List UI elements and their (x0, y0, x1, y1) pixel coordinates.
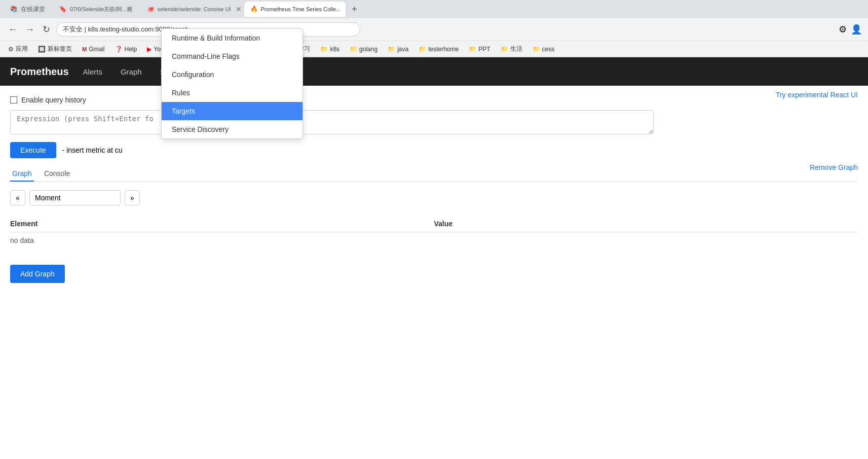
help-favicon: ❓ (115, 46, 123, 53)
golang-folder-icon: 📁 (350, 46, 357, 53)
apps-icon: ⚙ (8, 46, 14, 53)
help-label: Help (125, 46, 137, 53)
tab-graph[interactable]: Graph (10, 166, 34, 182)
tab-4[interactable]: 🔥 Prometheus Time Series Colle... ✕ (244, 2, 346, 17)
query-history-row: Enable query history (10, 96, 858, 104)
main-content: Try experimental React UI Enable query h… (0, 86, 868, 293)
tab-bar: 📚 在线课堂 🔖 07/0/Selenide关联/阿...断 🐙 selenid… (0, 0, 868, 18)
menu-cmdline[interactable]: Command-Line Flags (162, 47, 303, 65)
app-header: Prometheus Alerts Graph Status ▾ Help (0, 57, 868, 86)
bookmark-golang[interactable]: 📁 golang (346, 45, 382, 54)
extensions-icon: ⚙ (839, 24, 847, 35)
nav-graph[interactable]: Graph (117, 65, 146, 78)
time-back-button[interactable]: « (10, 190, 25, 205)
life-label: 生活 (510, 45, 522, 53)
tabs-row: Graph Console (10, 166, 858, 182)
tab-1[interactable]: 📚 在线课堂 (4, 2, 51, 17)
query-history-label: Enable query history (21, 96, 86, 104)
gmail-icon: M (82, 46, 87, 52)
query-history-checkbox[interactable] (10, 96, 17, 103)
cess-folder-icon: 📁 (533, 46, 540, 53)
tab-3-favicon: 🐙 (147, 6, 155, 13)
tab-console[interactable]: Console (42, 166, 72, 182)
bookmark-apps[interactable]: ⚙ 应用 (4, 44, 32, 54)
testerhome-folder-icon: 📁 (419, 46, 426, 53)
new-tab-button[interactable]: + (348, 2, 362, 16)
time-forward-button[interactable]: » (125, 190, 140, 205)
table-header: Element Value (10, 216, 858, 232)
ppt-folder-icon: 📁 (469, 46, 476, 53)
profile-icon: 👤 (851, 24, 862, 35)
apps-label: 应用 (16, 45, 28, 53)
menu-runtime[interactable]: Runtime & Build Information (162, 29, 303, 47)
ppt-label: PPT (478, 46, 490, 53)
no-data-message: no data (10, 236, 858, 244)
forward-button[interactable]: → (23, 22, 36, 37)
browser-chrome: 📚 在线课堂 🔖 07/0/Selenide关联/阿...断 🐙 selenid… (0, 0, 868, 57)
menu-rules[interactable]: Rules (162, 84, 303, 102)
k8s-label: k8s (330, 46, 339, 53)
newtab-icon: 🔲 (38, 46, 46, 53)
java-label: java (397, 46, 408, 53)
life-folder-icon: 📁 (501, 46, 508, 53)
element-column-header: Element (10, 220, 434, 228)
remove-graph-link[interactable]: Remove Graph (810, 163, 858, 171)
add-graph-button[interactable]: Add Graph (10, 265, 65, 283)
tab-1-label: 在线课堂 (21, 5, 45, 14)
bookmarks-bar: ⚙ 应用 🔲 新标签页 M Gmail ❓ Help ▶ YouTube 📍 地… (0, 41, 868, 57)
tab-3[interactable]: 🐙 selenide/selenide: Concise UI ✕ (141, 2, 242, 17)
add-graph-section: Add Graph (10, 244, 858, 283)
execute-row: Execute - insert metric at cu (10, 142, 858, 158)
testerhome-label: testerhome (428, 46, 459, 53)
k8s-folder-icon: 📁 (320, 46, 328, 53)
bookmark-life[interactable]: 📁 生活 (497, 44, 526, 54)
execute-hint: - insert metric at cu (62, 146, 123, 154)
newtab-label: 新标签页 (48, 45, 72, 53)
bookmark-gmail[interactable]: M Gmail (78, 45, 109, 54)
refresh-button[interactable]: ↻ (41, 22, 52, 37)
app-title: Prometheus (10, 66, 69, 78)
bookmark-testerhome[interactable]: 📁 testerhome (414, 45, 463, 54)
execute-button[interactable]: Execute (10, 142, 56, 158)
tab-2-label: 07/0/Selenide关联/阿...断 (70, 6, 133, 13)
bookmark-ppt[interactable]: 📁 PPT (465, 45, 494, 54)
tab-2[interactable]: 🔖 07/0/Selenide关联/阿...断 (53, 2, 139, 17)
time-input[interactable] (29, 190, 121, 205)
bookmark-cess[interactable]: 📁 cess (529, 45, 559, 54)
menu-targets[interactable]: Targets (162, 102, 303, 120)
bookmark-k8s[interactable]: 📁 k8s (316, 45, 344, 54)
menu-config[interactable]: Configuration (162, 65, 303, 84)
tab-3-label: selenide/selenide: Concise UI (158, 6, 231, 12)
menu-service-discovery[interactable]: Service Discovery (162, 120, 303, 138)
bookmark-help[interactable]: ❓ Help (111, 45, 141, 54)
bookmark-java[interactable]: 📁 java (384, 45, 412, 54)
tab-4-favicon: 🔥 (250, 6, 258, 13)
cess-label: cess (542, 46, 555, 53)
status-dropdown-menu: Runtime & Build Information Command-Line… (161, 28, 303, 139)
back-button[interactable]: ← (6, 22, 19, 37)
tab-4-label: Prometheus Time Series Colle... (261, 6, 341, 12)
address-bar: ← → ↻ ⚙ 👤 (0, 18, 868, 41)
tab-1-favicon: 📚 (10, 6, 18, 13)
golang-label: golang (359, 46, 378, 53)
nav-alerts[interactable]: Alerts (79, 65, 106, 78)
tab-2-favicon: 🔖 (59, 6, 67, 13)
java-folder-icon: 📁 (388, 46, 395, 53)
bookmark-newtab[interactable]: 🔲 新标签页 (34, 44, 76, 54)
value-column-header: Value (434, 220, 858, 228)
gmail-label: Gmail (89, 46, 104, 53)
youtube-icon: ▶ (147, 46, 152, 53)
expression-input[interactable] (10, 110, 654, 134)
try-react-link[interactable]: Try experimental React UI (776, 91, 858, 99)
tab-3-close[interactable]: ✕ (236, 5, 242, 13)
time-nav-row: « » (10, 190, 858, 205)
